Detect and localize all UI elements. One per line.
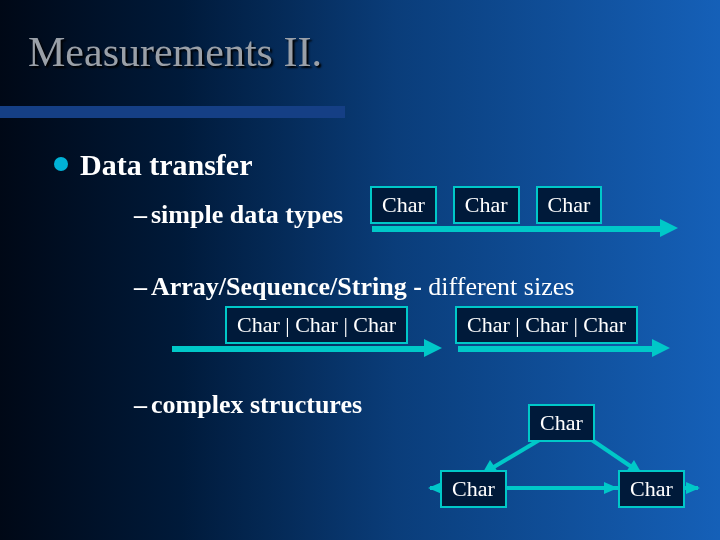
svg-marker-5 [604,482,618,494]
slide: Measurements II. Data transfer –simple d… [0,0,720,540]
simple-char-boxes: Char Char Char [370,186,602,224]
char-box: Char [440,470,507,508]
arrow-line [372,226,662,232]
dash-icon: – [134,200,147,229]
bullet-text: Data transfer [80,148,252,181]
subbullet-arrayseq-bold: Array/Sequence/String - [151,272,428,301]
subbullet-arrayseq-rest: different sizes [428,272,574,301]
arrow-right-icon [652,339,670,357]
subbullet-complex: –complex structures [134,390,362,420]
slide-title: Measurements II. [28,28,322,76]
char-triple-box: Char | Char | Char [225,306,408,344]
subbullet-arrayseq: –Array/Sequence/String - different sizes [134,272,574,302]
subbullet-complex-text: complex structures [151,390,362,419]
title-underline [0,106,345,118]
tree-diagram: Char Char Char [428,404,706,524]
dash-icon: – [134,390,147,419]
char-box: Char [536,186,603,224]
arrow-line [458,346,654,352]
dash-icon: – [134,272,147,301]
subbullet-simple: –simple data types [134,200,343,230]
arrow-line [172,346,426,352]
bullet-dot-icon [54,157,68,171]
char-box: Char [618,470,685,508]
bullet-data-transfer: Data transfer [54,148,252,181]
char-box: Char [370,186,437,224]
char-triple-box: Char | Char | Char [455,306,638,344]
char-box: Char [453,186,520,224]
arrow-right-icon [424,339,442,357]
char-box: Char [528,404,595,442]
arrow-right-icon [660,219,678,237]
subbullet-simple-text: simple data types [151,200,343,229]
svg-marker-7 [686,482,700,494]
